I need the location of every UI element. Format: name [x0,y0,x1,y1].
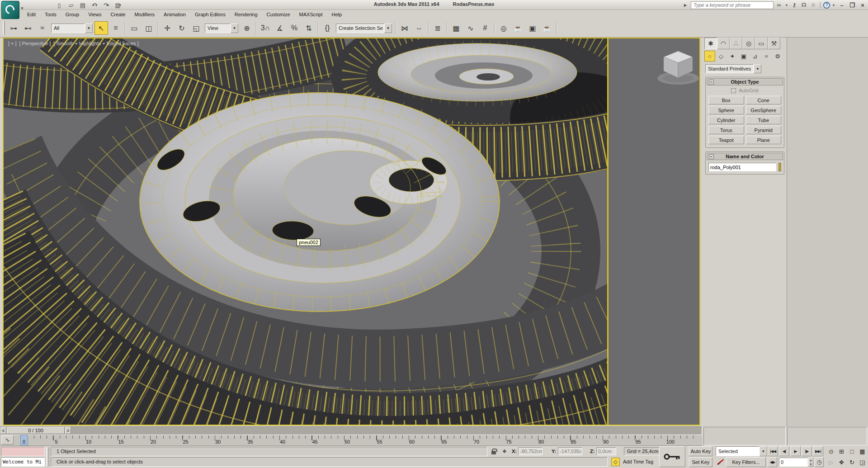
menu-item-graph-editors[interactable]: Graph Editors [190,10,230,19]
autogrid-checkbox[interactable] [731,88,736,93]
systems-icon[interactable]: ⚙ [772,51,783,61]
window-crossing-toggle-icon[interactable]: ◫ [142,21,156,35]
logo-caret-icon[interactable]: ▼ [20,6,24,10]
time-slider-handle[interactable]: 0 / 100 [7,427,65,434]
render-setup-icon[interactable]: ☕ [511,21,525,35]
current-frame-field[interactable]: 0 [779,458,808,467]
sphere-button[interactable]: Sphere [708,106,744,114]
go-to-end-button[interactable]: ▶▶| [813,446,823,456]
maxscript-listener-white-line[interactable]: Welcome to Mi [1,457,45,467]
rendered-frame-window-icon[interactable]: ▣ [526,21,539,35]
menu-item-animation[interactable]: Animation [159,10,190,19]
caret-icon[interactable]: ▾ [95,3,97,7]
restore-button[interactable]: ❐ [848,1,857,9]
edit-named-selection-sets-icon[interactable]: {} [321,21,334,35]
viewport-menu-general[interactable]: [ + ] [8,41,17,46]
project-toolbar-icon[interactable]: ▥▾ [113,0,123,9]
torus-button[interactable]: Torus [708,126,744,134]
minimize-button[interactable]: – [837,1,846,9]
previous-frame-arrow[interactable]: < [0,427,6,434]
set-key-button[interactable]: Set Key [689,457,712,467]
tab-motion[interactable]: ◎ [742,38,755,49]
align-icon[interactable]: ⇔ [412,21,426,35]
cylinder-button[interactable]: Cylinder [708,116,744,124]
isometric-view-icon[interactable]: ◇ [611,458,620,466]
cone-button[interactable]: Cone [746,96,782,104]
x-coordinate-field[interactable]: -80,752cm [518,447,542,455]
name-and-color-rollout-header[interactable]: – Name and Color [707,153,783,160]
tab-utilities[interactable]: ⚒ [768,38,780,49]
search-input[interactable] [691,1,774,9]
collapse-icon[interactable]: – [709,154,714,159]
menu-item-edit[interactable]: Edit [23,10,40,19]
next-frame-button[interactable]: |▶ [802,446,812,456]
space-warps-icon[interactable]: ≈ [761,51,772,61]
new-file-icon[interactable]: ▯ [54,0,64,9]
key-filters-button[interactable]: Key Filters... [726,457,766,467]
tab-hierarchy[interactable]: ∴ [730,38,742,49]
tab-modify[interactable]: ◠ [717,38,730,49]
perspective-viewport[interactable]: [ + ] [ Perspective ] [ Smooth + Highlig… [3,38,700,425]
menu-item-customize[interactable]: Customize [262,10,295,19]
next-frame-arrow[interactable]: > [65,427,71,434]
zoom-all-icon[interactable]: ⊞ [837,446,846,456]
zoom-extents-all-icon[interactable]: ▦ [858,446,867,456]
geosphere-button[interactable]: GeoSphere [746,106,782,114]
time-configuration-icon[interactable]: ◷ [815,457,824,467]
menu-item-group[interactable]: Group [61,10,84,19]
menu-item-maxscript[interactable]: MAXScript [295,10,327,19]
search-caret-icon[interactable]: ▾ [784,1,789,9]
menu-item-modifiers[interactable]: Modifiers [130,10,159,19]
angle-snap-toggle-icon[interactable]: ∡ [273,21,287,35]
application-logo-button[interactable] [1,1,19,19]
caret-icon[interactable]: ▾ [107,3,109,7]
pyramid-button[interactable]: Pyramid [746,126,782,134]
caret-icon[interactable]: ▾ [119,3,121,7]
plane-button[interactable]: Plane [746,136,782,144]
chevron-down-icon[interactable]: ▼ [754,64,761,73]
tube-button[interactable]: Tube [746,116,782,124]
chevron-down-icon[interactable]: ▼ [760,446,767,456]
object-type-rollout-header[interactable]: – Object Type [707,78,783,85]
select-and-link-icon[interactable]: ⊶ [7,21,20,35]
viewport-menu-shading[interactable]: [ Smooth + Highlights + Edged Faces ] [53,41,138,46]
select-and-scale-icon[interactable]: ◱ [189,21,203,35]
selection-set-dropdown[interactable]: Selected ▼ [716,446,767,456]
reference-coordinate-system-dropdown[interactable]: View▼ [205,24,238,33]
chevron-down-icon[interactable]: ▼ [85,24,93,33]
walkthrough-icon[interactable]: ▷ [826,457,836,467]
menu-item-tools[interactable]: Tools [40,10,61,19]
zoom-icon[interactable]: ⊙ [826,446,836,456]
object-name-field[interactable] [708,163,776,171]
bind-to-space-warp-icon[interactable]: ≈ [36,21,49,35]
favorites-star-icon[interactable]: ☆ [809,1,817,9]
graphite-ribbon-toggle-icon[interactable]: ▦ [449,21,463,35]
curve-editor-icon[interactable]: ∿ [464,21,477,35]
primitive-category-dropdown[interactable]: Standard Primitives ▼ [705,64,761,73]
schematic-view-icon[interactable]: # [478,21,492,35]
maxscript-listener-pink-line[interactable] [1,447,45,456]
redo-icon[interactable]: ↷▾ [101,0,111,9]
frame-spinner[interactable]: ▲▼ [808,458,813,467]
selection-lock-icon[interactable] [489,447,498,456]
infocenter-arrow-icon[interactable]: ▸ [681,1,689,9]
menu-item-help[interactable]: Help [327,10,347,19]
set-keys-button[interactable] [659,446,685,467]
collapse-icon[interactable]: – [709,80,714,85]
use-pivot-point-center-icon[interactable]: ⊕ [240,21,254,35]
mirror-icon[interactable]: ⋈ [398,21,411,35]
percent-snap-toggle-icon[interactable]: % [288,21,301,35]
render-production-icon[interactable]: ☕ [540,21,554,35]
track-bar[interactable]: 0510152025303540455055606570758085909510… [0,435,702,446]
subscription-key-icon[interactable]: ⚷ [790,1,798,9]
select-and-move-icon[interactable]: ✛ [160,21,174,35]
select-and-rotate-icon[interactable]: ↻ [175,21,189,35]
menu-item-views[interactable]: Views [84,10,106,19]
add-time-tag[interactable]: Add Time Tag [623,459,653,464]
box-button[interactable]: Box [708,96,744,104]
toolbar-grip[interactable] [3,21,5,35]
layer-manager-icon[interactable]: ≣ [431,21,444,35]
shapes-icon[interactable]: ◇ [716,51,726,61]
open-file-icon[interactable]: ▱ [66,0,76,9]
pan-icon[interactable]: ✥ [837,457,846,467]
